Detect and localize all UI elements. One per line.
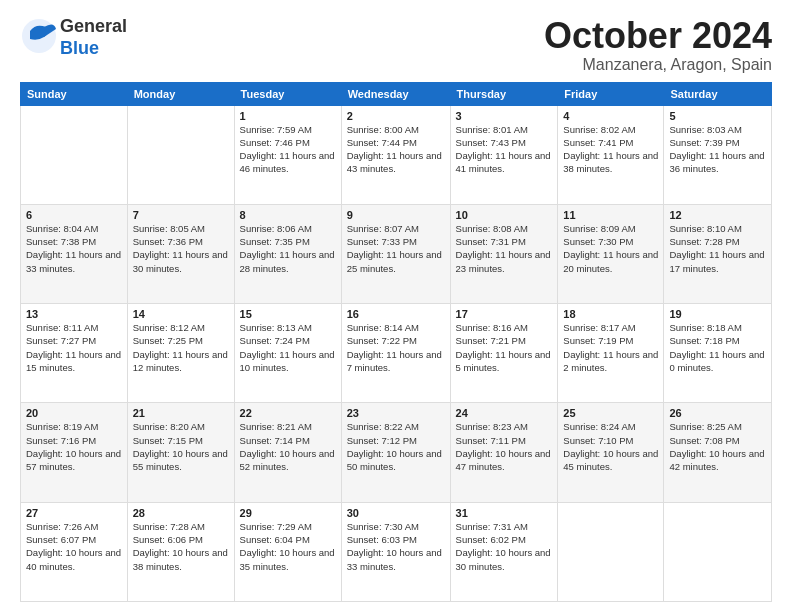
day-info: Sunrise: 8:24 AM Sunset: 7:10 PM Dayligh… <box>563 420 658 473</box>
calendar-cell: 29Sunrise: 7:29 AM Sunset: 6:04 PM Dayli… <box>234 502 341 601</box>
logo-icon <box>20 17 58 55</box>
day-number: 27 <box>26 507 122 519</box>
calendar-cell: 14Sunrise: 8:12 AM Sunset: 7:25 PM Dayli… <box>127 304 234 403</box>
calendar-cell: 4Sunrise: 8:02 AM Sunset: 7:41 PM Daylig… <box>558 105 664 204</box>
day-info: Sunrise: 8:22 AM Sunset: 7:12 PM Dayligh… <box>347 420 445 473</box>
calendar-cell: 15Sunrise: 8:13 AM Sunset: 7:24 PM Dayli… <box>234 304 341 403</box>
day-number: 17 <box>456 308 553 320</box>
day-number: 10 <box>456 209 553 221</box>
page: General Blue October 2024 Manzanera, Ara… <box>0 0 792 612</box>
day-number: 6 <box>26 209 122 221</box>
day-number: 1 <box>240 110 336 122</box>
day-info: Sunrise: 8:13 AM Sunset: 7:24 PM Dayligh… <box>240 321 336 374</box>
day-number: 13 <box>26 308 122 320</box>
day-number: 19 <box>669 308 766 320</box>
day-number: 4 <box>563 110 658 122</box>
day-number: 25 <box>563 407 658 419</box>
calendar-cell: 5Sunrise: 8:03 AM Sunset: 7:39 PM Daylig… <box>664 105 772 204</box>
day-info: Sunrise: 7:29 AM Sunset: 6:04 PM Dayligh… <box>240 520 336 573</box>
day-number: 2 <box>347 110 445 122</box>
weekday-header-wednesday: Wednesday <box>341 82 450 105</box>
header: General Blue October 2024 Manzanera, Ara… <box>20 16 772 74</box>
weekday-header-thursday: Thursday <box>450 82 558 105</box>
calendar-week-row: 6Sunrise: 8:04 AM Sunset: 7:38 PM Daylig… <box>21 204 772 303</box>
day-info: Sunrise: 8:25 AM Sunset: 7:08 PM Dayligh… <box>669 420 766 473</box>
day-number: 21 <box>133 407 229 419</box>
day-number: 5 <box>669 110 766 122</box>
calendar-cell <box>664 502 772 601</box>
day-number: 11 <box>563 209 658 221</box>
day-number: 16 <box>347 308 445 320</box>
day-info: Sunrise: 8:10 AM Sunset: 7:28 PM Dayligh… <box>669 222 766 275</box>
day-info: Sunrise: 8:21 AM Sunset: 7:14 PM Dayligh… <box>240 420 336 473</box>
weekday-header-friday: Friday <box>558 82 664 105</box>
day-info: Sunrise: 8:01 AM Sunset: 7:43 PM Dayligh… <box>456 123 553 176</box>
calendar-cell: 28Sunrise: 7:28 AM Sunset: 6:06 PM Dayli… <box>127 502 234 601</box>
day-info: Sunrise: 8:18 AM Sunset: 7:18 PM Dayligh… <box>669 321 766 374</box>
calendar-table: SundayMondayTuesdayWednesdayThursdayFrid… <box>20 82 772 602</box>
day-info: Sunrise: 8:00 AM Sunset: 7:44 PM Dayligh… <box>347 123 445 176</box>
calendar-cell: 16Sunrise: 8:14 AM Sunset: 7:22 PM Dayli… <box>341 304 450 403</box>
day-number: 31 <box>456 507 553 519</box>
calendar-header-row: SundayMondayTuesdayWednesdayThursdayFrid… <box>21 82 772 105</box>
day-info: Sunrise: 8:23 AM Sunset: 7:11 PM Dayligh… <box>456 420 553 473</box>
day-number: 22 <box>240 407 336 419</box>
day-number: 14 <box>133 308 229 320</box>
day-info: Sunrise: 8:12 AM Sunset: 7:25 PM Dayligh… <box>133 321 229 374</box>
calendar-cell: 24Sunrise: 8:23 AM Sunset: 7:11 PM Dayli… <box>450 403 558 502</box>
weekday-header-tuesday: Tuesday <box>234 82 341 105</box>
calendar-cell: 25Sunrise: 8:24 AM Sunset: 7:10 PM Dayli… <box>558 403 664 502</box>
calendar-cell: 1Sunrise: 7:59 AM Sunset: 7:46 PM Daylig… <box>234 105 341 204</box>
day-number: 20 <box>26 407 122 419</box>
day-number: 23 <box>347 407 445 419</box>
weekday-header-sunday: Sunday <box>21 82 128 105</box>
calendar-cell <box>21 105 128 204</box>
day-info: Sunrise: 8:03 AM Sunset: 7:39 PM Dayligh… <box>669 123 766 176</box>
calendar-cell: 21Sunrise: 8:20 AM Sunset: 7:15 PM Dayli… <box>127 403 234 502</box>
calendar-cell: 19Sunrise: 8:18 AM Sunset: 7:18 PM Dayli… <box>664 304 772 403</box>
calendar-week-row: 20Sunrise: 8:19 AM Sunset: 7:16 PM Dayli… <box>21 403 772 502</box>
logo-general-text: General <box>60 16 127 36</box>
title-section: October 2024 Manzanera, Aragon, Spain <box>544 16 772 74</box>
day-info: Sunrise: 8:05 AM Sunset: 7:36 PM Dayligh… <box>133 222 229 275</box>
calendar-cell: 26Sunrise: 8:25 AM Sunset: 7:08 PM Dayli… <box>664 403 772 502</box>
calendar-cell: 30Sunrise: 7:30 AM Sunset: 6:03 PM Dayli… <box>341 502 450 601</box>
day-info: Sunrise: 7:30 AM Sunset: 6:03 PM Dayligh… <box>347 520 445 573</box>
calendar-cell: 13Sunrise: 8:11 AM Sunset: 7:27 PM Dayli… <box>21 304 128 403</box>
day-number: 30 <box>347 507 445 519</box>
day-info: Sunrise: 8:19 AM Sunset: 7:16 PM Dayligh… <box>26 420 122 473</box>
month-title: October 2024 <box>544 16 772 56</box>
calendar-cell: 8Sunrise: 8:06 AM Sunset: 7:35 PM Daylig… <box>234 204 341 303</box>
calendar-cell: 23Sunrise: 8:22 AM Sunset: 7:12 PM Dayli… <box>341 403 450 502</box>
calendar-cell: 3Sunrise: 8:01 AM Sunset: 7:43 PM Daylig… <box>450 105 558 204</box>
day-info: Sunrise: 8:11 AM Sunset: 7:27 PM Dayligh… <box>26 321 122 374</box>
day-number: 24 <box>456 407 553 419</box>
calendar-cell: 10Sunrise: 8:08 AM Sunset: 7:31 PM Dayli… <box>450 204 558 303</box>
day-number: 26 <box>669 407 766 419</box>
calendar-cell: 11Sunrise: 8:09 AM Sunset: 7:30 PM Dayli… <box>558 204 664 303</box>
calendar-cell: 7Sunrise: 8:05 AM Sunset: 7:36 PM Daylig… <box>127 204 234 303</box>
calendar-cell: 12Sunrise: 8:10 AM Sunset: 7:28 PM Dayli… <box>664 204 772 303</box>
day-number: 3 <box>456 110 553 122</box>
day-info: Sunrise: 8:07 AM Sunset: 7:33 PM Dayligh… <box>347 222 445 275</box>
calendar-cell <box>127 105 234 204</box>
day-info: Sunrise: 7:28 AM Sunset: 6:06 PM Dayligh… <box>133 520 229 573</box>
day-info: Sunrise: 8:17 AM Sunset: 7:19 PM Dayligh… <box>563 321 658 374</box>
day-number: 12 <box>669 209 766 221</box>
day-number: 29 <box>240 507 336 519</box>
day-info: Sunrise: 8:02 AM Sunset: 7:41 PM Dayligh… <box>563 123 658 176</box>
day-number: 7 <box>133 209 229 221</box>
calendar-week-row: 1Sunrise: 7:59 AM Sunset: 7:46 PM Daylig… <box>21 105 772 204</box>
day-info: Sunrise: 8:20 AM Sunset: 7:15 PM Dayligh… <box>133 420 229 473</box>
day-info: Sunrise: 7:59 AM Sunset: 7:46 PM Dayligh… <box>240 123 336 176</box>
day-info: Sunrise: 7:31 AM Sunset: 6:02 PM Dayligh… <box>456 520 553 573</box>
calendar-cell: 18Sunrise: 8:17 AM Sunset: 7:19 PM Dayli… <box>558 304 664 403</box>
calendar-cell <box>558 502 664 601</box>
logo-blue-text: Blue <box>60 38 127 60</box>
day-number: 8 <box>240 209 336 221</box>
day-number: 18 <box>563 308 658 320</box>
location-title: Manzanera, Aragon, Spain <box>544 56 772 74</box>
day-info: Sunrise: 8:16 AM Sunset: 7:21 PM Dayligh… <box>456 321 553 374</box>
calendar-cell: 27Sunrise: 7:26 AM Sunset: 6:07 PM Dayli… <box>21 502 128 601</box>
calendar-week-row: 27Sunrise: 7:26 AM Sunset: 6:07 PM Dayli… <box>21 502 772 601</box>
